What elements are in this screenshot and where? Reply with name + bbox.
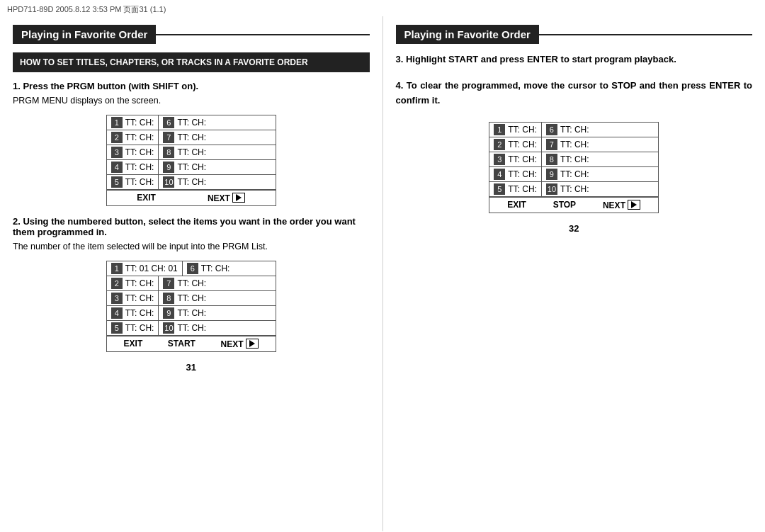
prgm-cell: 10 TT: CH:: [159, 321, 210, 335]
prgm-num: 8: [163, 293, 174, 304]
prgm-cell: 3 TT: CH:: [107, 291, 159, 305]
prgm-cell: 5 TT: CH:: [107, 175, 159, 189]
prgm-num: 2: [111, 278, 123, 289]
prgm-num: 4: [111, 307, 123, 319]
prgm-num: 7: [163, 132, 174, 143]
prgm-num: 3: [494, 154, 505, 165]
prgm-num: 6: [187, 263, 198, 274]
right-section-title: Playing in Favorite Order: [396, 25, 753, 44]
prgm-cell: 1 TT: CH:: [489, 123, 542, 137]
prgm-num: 4: [111, 162, 123, 173]
prgm-footer-2: EXIT START NEXT: [107, 336, 276, 351]
prgm-cell: 7 TT: CH:: [542, 137, 594, 152]
prgm-row: 5 TT: CH: 10 TT: CH:: [107, 175, 276, 190]
prgm-cell: 2 TT: CH:: [107, 276, 159, 290]
prgm-num: 4: [494, 169, 505, 180]
prgm-num: 9: [163, 162, 174, 173]
prgm-cell: 5 TT: CH:: [107, 321, 159, 335]
prgm-num: 7: [163, 278, 174, 289]
prgm-num: 3: [111, 293, 123, 304]
prgm-row: 5 TT: CH: 10 TT: CH:: [489, 182, 658, 197]
prgm-num: 3: [111, 147, 123, 158]
prgm-table-1: 1 TT: CH: 6 TT: CH: 2 TT: CH: 7 TT: CH: …: [106, 115, 276, 206]
right-title-line: [539, 34, 752, 35]
prgm-num: 1: [111, 263, 123, 274]
prgm-cell: 2 TT: CH:: [489, 137, 542, 152]
start-label-2: START: [168, 339, 196, 349]
prgm-table-3-container: 1 TT: CH: 6 TT: CH: 2 TT: CH: 7 TT: CH: …: [396, 122, 753, 213]
left-title-text: Playing in Favorite Order: [13, 25, 156, 44]
prgm-cell: 1 TT: 01 CH: 01: [107, 261, 183, 276]
prgm-cell: 8 TT: CH:: [542, 152, 594, 166]
prgm-cell: 2 TT: CH:: [107, 130, 159, 145]
prgm-cell: 10 TT: CH:: [542, 182, 594, 196]
left-title-line: [156, 34, 369, 35]
next-icon-3: [628, 200, 640, 210]
prgm-cell: 4 TT: CH:: [107, 160, 159, 174]
next-icon-1: [232, 193, 245, 203]
prgm-num: 10: [163, 322, 174, 334]
prgm-num: 2: [111, 132, 123, 143]
prgm-row: 2 TT: CH: 7 TT: CH:: [107, 130, 276, 145]
left-section-title: Playing in Favorite Order: [13, 25, 370, 44]
prgm-row: 3 TT: CH: 8 TT: CH:: [489, 152, 658, 167]
play-icon-3: [631, 201, 637, 208]
prgm-cell: 5 TT: CH:: [489, 182, 542, 196]
prgm-cell: 6 TT: CH:: [542, 123, 594, 137]
prgm-cell: 3 TT: CH:: [107, 145, 159, 159]
exit-label-1: EXIT: [137, 193, 156, 203]
how-to-box: HOW TO SET TITLES, CHAPTERS, OR TRACKS I…: [13, 52, 370, 72]
prgm-num: 5: [111, 176, 123, 188]
prgm-table-2-container: 1 TT: 01 CH: 01 6 TT: CH: 2 TT: CH: 7 TT…: [13, 261, 370, 352]
left-column: Playing in Favorite Order HOW TO SET TIT…: [0, 16, 383, 531]
step3-text: 3. Highlight START and press ENTER to st…: [396, 52, 753, 67]
prgm-cell: 3 TT: CH:: [489, 152, 542, 166]
play-icon: [236, 194, 242, 201]
prgm-cell: 7 TT: CH:: [159, 130, 210, 145]
prgm-num: 8: [546, 154, 557, 165]
prgm-cell: 10 TT: CH:: [159, 175, 210, 189]
prgm-cell: 9 TT: CH:: [159, 160, 210, 174]
prgm-cell: 7 TT: CH:: [159, 276, 210, 290]
prgm-table-2: 1 TT: 01 CH: 01 6 TT: CH: 2 TT: CH: 7 TT…: [106, 261, 276, 352]
prgm-num: 5: [111, 322, 123, 334]
play-icon-2: [249, 340, 255, 347]
prgm-num: 10: [546, 183, 557, 195]
step4-text: 4. To clear the programmed, move the cur…: [396, 79, 753, 108]
prgm-grid-2: 1 TT: 01 CH: 01 6 TT: CH: 2 TT: CH: 7 TT…: [106, 261, 276, 352]
prgm-grid-1: 1 TT: CH: 6 TT: CH: 2 TT: CH: 7 TT: CH: …: [106, 115, 276, 206]
next-text-1: NEXT: [208, 193, 230, 203]
prgm-cell: 9 TT: CH:: [159, 306, 210, 320]
prgm-cell: 4 TT: CH:: [489, 167, 542, 181]
step2-title: 2. Using the numbered button, select the…: [13, 216, 370, 237]
next-icon-2: [246, 339, 259, 349]
header-meta: HPD711-89D 2005.8.12 3:53 PM 页面31 (1.1): [0, 0, 765, 16]
right-column: Playing in Favorite Order 3. Highlight S…: [383, 16, 766, 531]
prgm-row: 3 TT: CH: 8 TT: CH:: [107, 291, 276, 306]
prgm-num: 9: [163, 307, 174, 319]
prgm-row: 1 TT: 01 CH: 01 6 TT: CH:: [107, 261, 276, 276]
prgm-row: 1 TT: CH: 6 TT: CH:: [489, 123, 658, 137]
prgm-num: 1: [494, 124, 505, 135]
step1-body: PRGM MENU displays on the screen.: [13, 94, 370, 108]
right-title-text: Playing in Favorite Order: [396, 25, 539, 44]
next-label-3: NEXT: [603, 200, 640, 210]
prgm-grid-3: 1 TT: CH: 6 TT: CH: 2 TT: CH: 7 TT: CH: …: [489, 122, 659, 213]
prgm-row: 4 TT: CH: 9 TT: CH:: [107, 160, 276, 175]
prgm-num: 2: [494, 139, 505, 150]
next-text-3: NEXT: [603, 200, 625, 210]
prgm-row: 2 TT: CH: 7 TT: CH:: [107, 276, 276, 291]
prgm-num: 9: [546, 169, 557, 180]
prgm-row: 3 TT: CH: 8 TT: CH:: [107, 145, 276, 160]
exit-label-2: EXIT: [124, 339, 143, 349]
prgm-cell: 6 TT: CH:: [159, 115, 210, 130]
stop-label-3: STOP: [553, 200, 576, 210]
prgm-row: 1 TT: CH: 6 TT: CH:: [107, 115, 276, 130]
exit-label-3: EXIT: [507, 200, 526, 210]
prgm-row: 4 TT: CH: 9 TT: CH:: [107, 306, 276, 321]
prgm-cell: 6 TT: CH:: [183, 261, 234, 276]
prgm-row: 5 TT: CH: 10 TT: CH:: [107, 321, 276, 336]
prgm-num: 6: [546, 124, 557, 135]
prgm-cell: 8 TT: CH:: [159, 291, 210, 305]
prgm-footer-3: EXIT STOP NEXT: [489, 197, 658, 213]
